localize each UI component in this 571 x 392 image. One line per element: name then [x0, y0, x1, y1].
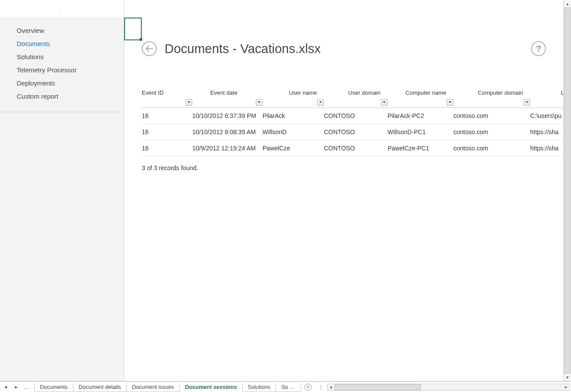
col-header-label: Location	[530, 89, 564, 96]
tab-solutions[interactable]: Solutions	[242, 383, 276, 392]
scroll-thumb[interactable]	[564, 7, 571, 374]
nav-item-custom-report[interactable]: Custom report	[0, 90, 124, 103]
cell-user-name: WillsonD	[262, 124, 324, 140]
nav-item-deployments[interactable]: Deployments	[0, 77, 124, 90]
cell-computer-name: PilarAck-PC2	[388, 108, 453, 124]
scroll-track[interactable]	[334, 384, 563, 390]
table-header-row: Event ID Event date	[142, 88, 564, 108]
nav-item-overview[interactable]: Overview	[0, 24, 124, 37]
tab-nav-next[interactable]: ►	[13, 385, 19, 389]
sidebar-empty	[0, 112, 124, 381]
scroll-up-button[interactable]: ▲	[564, 0, 571, 7]
arrow-left-icon	[145, 46, 153, 52]
table-row[interactable]: 16 10/9/2012 12:19:24 AM PawelCze CONTOS…	[142, 140, 564, 157]
col-header-label: Computer domain	[453, 89, 528, 96]
cell-event-date: 10/9/2012 12:19:24 AM	[192, 140, 262, 157]
col-header-label: Event ID	[142, 89, 190, 96]
sheet-tab-bar: ◄ ► … Documents Document details Documen…	[0, 381, 571, 392]
cell-computer-name: WillsonD-PC1	[388, 124, 453, 140]
scroll-thumb[interactable]	[334, 384, 421, 390]
tab-nav-prev[interactable]: ◄	[3, 385, 9, 389]
tab-label: Document issues	[132, 384, 174, 390]
cell-event-id: 16	[142, 108, 192, 124]
sidebar: . Overview Documents Solutions Telemetry…	[0, 0, 124, 381]
horizontal-scrollbar[interactable]: ◄ ►	[327, 384, 570, 391]
tab-documents[interactable]: Documents	[34, 383, 73, 392]
cell-computer-name: PawelCze-PC1	[388, 140, 453, 157]
scroll-right-button[interactable]: ►	[563, 384, 570, 390]
chevron-down-icon	[187, 101, 190, 103]
sessions-table: Event ID Event date	[142, 88, 564, 157]
cell-event-date: 10/10/2012 8:08:35 AM	[192, 124, 262, 140]
records-found-label: 3 of 3 records found.	[142, 164, 564, 171]
cell-computer-domain: contoso.com	[453, 140, 530, 157]
tab-label: Document sessions	[185, 384, 237, 390]
table-row[interactable]: 16 10/10/2012 8:08:35 AM WillsonD CONTOS…	[142, 124, 564, 140]
chevron-down-icon	[449, 101, 452, 103]
scroll-track[interactable]	[564, 7, 571, 374]
cell-event-id: 16	[142, 124, 192, 140]
ellipsis-icon: …	[290, 384, 295, 390]
col-header-computer-name[interactable]: Computer name	[388, 88, 453, 108]
sidebar-header: .	[0, 0, 124, 18]
tab-document-details[interactable]: Document details	[73, 383, 127, 392]
col-header-location[interactable]: Location	[530, 88, 564, 108]
add-sheet-button[interactable]: +	[301, 382, 315, 392]
filter-button[interactable]	[317, 99, 324, 106]
filter-button[interactable]	[256, 99, 262, 106]
col-header-event-id[interactable]: Event ID	[142, 88, 192, 108]
tab-document-issues[interactable]: Document issues	[126, 383, 180, 392]
cell-user-domain: CONTOSO	[324, 124, 388, 140]
cell-location: https://sha	[530, 140, 564, 157]
cell-computer-domain: contoso.com	[453, 108, 530, 124]
tab-label: Solutions	[248, 384, 270, 390]
filter-button[interactable]	[447, 99, 453, 106]
cell-computer-domain: contoso.com	[453, 124, 530, 140]
filter-button[interactable]	[186, 99, 192, 106]
help-button[interactable]: ?	[531, 41, 546, 56]
chevron-down-icon	[258, 101, 261, 103]
cell-user-name: PawelCze	[262, 140, 324, 157]
chevron-down-icon	[319, 101, 322, 103]
filter-button[interactable]	[381, 99, 388, 106]
tab-label: Document details	[79, 384, 121, 390]
chevron-down-icon	[383, 101, 386, 103]
nav-item-telemetry-processor[interactable]: Telemetry Processor	[0, 64, 124, 77]
scroll-down-button[interactable]: ▼	[564, 374, 571, 381]
page-title: Documents - Vacations.xlsx	[165, 42, 321, 56]
cell-location: https://sha	[530, 124, 564, 140]
col-header-user-name[interactable]: User name	[262, 88, 324, 108]
vertical-scrollbar[interactable]: ▲ ▼	[564, 0, 571, 381]
nav-item-documents[interactable]: Documents	[0, 37, 124, 50]
plus-icon: +	[305, 384, 312, 391]
tab-nav-more[interactable]: …	[24, 384, 30, 390]
tab-document-sessions[interactable]: Document sessions	[180, 383, 243, 392]
col-header-event-date[interactable]: Event date	[192, 88, 262, 108]
cell-user-domain: CONTOSO	[324, 140, 388, 157]
tab-label: Documents	[40, 384, 68, 390]
filter-button[interactable]	[524, 99, 530, 106]
tab-options-button[interactable]: ⋮	[315, 382, 326, 392]
tab-label: So	[281, 384, 288, 390]
nav-item-solutions[interactable]: Solutions	[0, 50, 124, 64]
tab-nav-arrows: ◄ ► …	[0, 382, 32, 392]
cell-event-id: 16	[142, 140, 192, 157]
sheet-tabs: Documents Document details Document issu…	[32, 382, 301, 392]
table-row[interactable]: 16 10/10/2012 6:37:39 PM PilarAck CONTOS…	[142, 108, 564, 124]
data-table-area: Event ID Event date	[142, 88, 564, 171]
col-header-user-domain[interactable]: User domain	[324, 88, 388, 108]
question-mark-icon: ?	[536, 44, 541, 54]
tab-truncated[interactable]: So…	[276, 383, 301, 392]
col-header-label: Computer name	[388, 89, 451, 96]
scroll-left-button[interactable]: ◄	[327, 384, 334, 390]
back-button[interactable]	[142, 41, 157, 56]
col-header-computer-domain[interactable]: Computer domain	[453, 88, 530, 108]
excel-cell-selection[interactable]	[124, 18, 142, 40]
col-header-label: Event date	[192, 89, 260, 96]
col-header-label: User domain	[324, 89, 385, 96]
col-header-label: User name	[262, 89, 321, 96]
cell-location: C:\users\pu	[530, 108, 564, 124]
cell-event-date: 10/10/2012 6:37:39 PM	[192, 108, 262, 124]
chevron-down-icon	[525, 101, 528, 103]
nav-list: Overview Documents Solutions Telemetry P…	[0, 18, 124, 103]
